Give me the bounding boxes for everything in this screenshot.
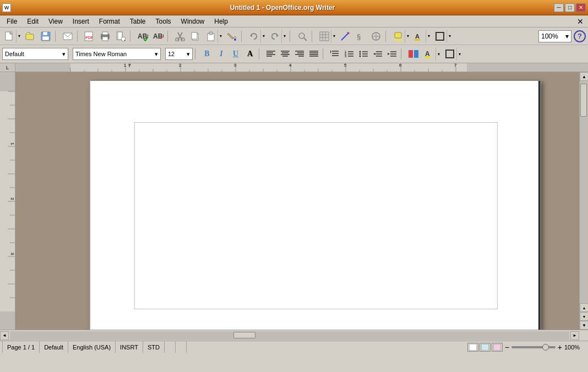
ruler-corner[interactable]: L	[0, 63, 15, 72]
maximize-button[interactable]: □	[565, 3, 575, 12]
underline-button[interactable]: U	[229, 47, 242, 61]
indent-less-button[interactable]	[371, 47, 384, 61]
presentation-view-btn[interactable]	[492, 343, 503, 352]
web-view-btn[interactable]	[480, 343, 491, 352]
autocorrect-button[interactable]: ABC	[151, 30, 165, 43]
insert-table-button[interactable]: ▾	[317, 29, 337, 43]
fields-button[interactable]: §	[353, 30, 368, 43]
help-button[interactable]: ?	[574, 30, 586, 42]
svg-point-29	[299, 33, 304, 39]
preview-button[interactable]	[113, 30, 128, 43]
menu-help[interactable]: Help	[210, 17, 232, 26]
menu-insert[interactable]: Insert	[68, 17, 94, 26]
show-draw-button[interactable]	[338, 30, 352, 43]
scroll-thumb-h[interactable]	[233, 332, 255, 338]
styles-button[interactable]	[406, 47, 421, 61]
close-button[interactable]: ✕	[576, 3, 586, 12]
paste-button[interactable]: ▾	[204, 29, 224, 43]
document-area[interactable]	[15, 72, 579, 330]
font-size-select[interactable]: 12 ▾	[165, 48, 193, 60]
insert-mode[interactable]: INSRT	[116, 341, 143, 353]
svg-text:2: 2	[179, 63, 182, 68]
email-button[interactable]	[61, 30, 75, 43]
minimize-button[interactable]: ─	[554, 3, 564, 12]
svg-text:2: 2	[10, 198, 15, 200]
zoom-in-button[interactable]: +	[558, 343, 562, 352]
undo-arrow-icon: ▾	[260, 30, 266, 43]
paragraph-style-select[interactable]: Default ▾	[2, 48, 68, 60]
zoom-select[interactable]: 100% ▾	[538, 30, 571, 42]
highlight-icon	[391, 30, 405, 43]
align-left-button[interactable]	[264, 47, 277, 61]
svg-text:7: 7	[454, 63, 457, 68]
copy-button[interactable]	[188, 30, 203, 43]
font-name-select[interactable]: Times New Roman ▾	[73, 48, 161, 60]
menu-format[interactable]: Format	[95, 17, 124, 26]
font-color-button[interactable]: A ▾	[422, 47, 442, 61]
svg-text:1: 1	[124, 63, 127, 68]
italic-button[interactable]: I	[215, 47, 228, 61]
numbering-button[interactable]: 1.2.3.	[342, 47, 356, 61]
menu-view[interactable]: View	[44, 17, 67, 26]
toolbar-close[interactable]: ✕	[577, 17, 586, 26]
font-color-arrow-icon: ▾	[435, 47, 441, 61]
align-right-button[interactable]	[293, 47, 306, 61]
svg-text:3: 3	[10, 253, 15, 255]
normal-view-btn[interactable]	[467, 343, 478, 352]
spellcheck-button[interactable]: ABC	[135, 30, 150, 43]
scroll-right-button[interactable]: ►	[570, 331, 579, 340]
pdf-button[interactable]: PDF	[83, 30, 97, 43]
menu-table[interactable]: Table	[126, 17, 150, 26]
border-style-arrow-icon: ▾	[447, 30, 452, 43]
find-button[interactable]	[295, 30, 309, 43]
menu-file[interactable]: File	[2, 17, 21, 26]
scroll-down-small2[interactable]: ▼	[580, 312, 588, 321]
svg-point-26	[234, 39, 236, 41]
menu-window[interactable]: Window	[177, 17, 209, 26]
scroll-up-button[interactable]: ▲	[580, 72, 588, 81]
menu-tools[interactable]: Tools	[151, 17, 176, 26]
menu-edit[interactable]: Edit	[23, 17, 43, 26]
border-button[interactable]: ▾	[443, 47, 462, 61]
print-button[interactable]	[98, 30, 112, 43]
clone-formatting-button[interactable]	[225, 30, 239, 43]
zoom-out-button[interactable]: −	[505, 343, 509, 352]
open-button[interactable]	[23, 30, 37, 43]
line-spacing-button[interactable]	[328, 47, 341, 61]
horizontal-scrollbar[interactable]	[10, 331, 569, 340]
vertical-scrollbar[interactable]: ▲ ▲ ▼ ▼	[579, 72, 588, 330]
shadow-button[interactable]: A	[243, 47, 257, 61]
scroll-down-small1[interactable]: ▲	[580, 303, 588, 312]
border-style-button[interactable]: ▾	[433, 29, 453, 43]
document-page[interactable]	[90, 80, 541, 330]
redo-icon	[268, 30, 281, 43]
app-icon: W	[2, 3, 11, 12]
scroll-down-button[interactable]: ▼	[580, 321, 588, 330]
highlight-button[interactable]: ▾	[391, 29, 411, 43]
align-center-button[interactable]	[279, 47, 292, 61]
text-frame[interactable]	[134, 122, 498, 309]
border-arrow-icon: ▾	[456, 47, 462, 61]
navigator-button[interactable]	[369, 30, 383, 43]
save-button[interactable]	[39, 30, 53, 43]
paragraph-style-arrow: ▾	[62, 51, 66, 58]
bold-button[interactable]: B	[200, 47, 214, 61]
undo-button[interactable]: ▾	[247, 29, 266, 43]
svg-rect-133	[0, 72, 15, 91]
zoom-slider[interactable]	[511, 346, 556, 348]
zoom-thumb[interactable]	[542, 344, 549, 351]
new-button[interactable]: ▾	[2, 29, 22, 43]
selection-mode[interactable]: STD	[143, 341, 165, 353]
paste-arrow-icon: ▾	[217, 30, 223, 43]
font-size-arrow: ▾	[187, 51, 190, 58]
redo-button[interactable]: ▾	[268, 29, 287, 43]
scroll-thumb-v[interactable]	[580, 84, 587, 117]
scroll-track-v[interactable]	[580, 81, 588, 303]
cut-button[interactable]	[173, 30, 187, 43]
justify-button[interactable]	[307, 47, 320, 61]
scroll-left-button[interactable]: ◄	[0, 331, 9, 340]
bullets-button[interactable]	[357, 47, 370, 61]
char-highlight-button[interactable]: A ▾	[412, 29, 432, 43]
indent-more-button[interactable]	[385, 47, 399, 61]
highlight-arrow-icon: ▾	[405, 30, 410, 43]
